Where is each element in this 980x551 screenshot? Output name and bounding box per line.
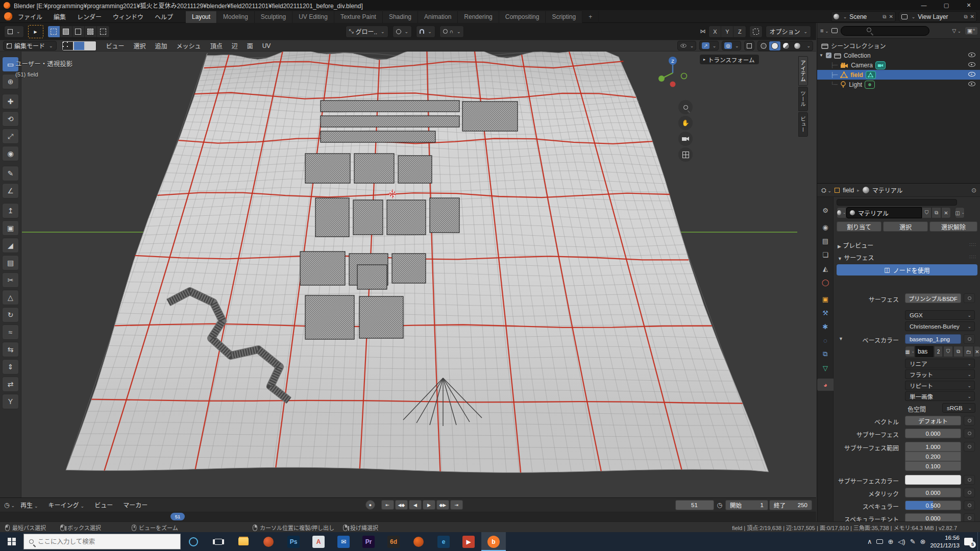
properties-tab-object-data[interactable]: ▽	[817, 362, 834, 374]
properties-tab-view-layer[interactable]: ❏	[817, 248, 834, 261]
search-input[interactable]	[38, 538, 160, 545]
npanel-tab-tool[interactable]: ツール	[798, 87, 808, 111]
tool-move[interactable]: ✚	[2, 94, 19, 109]
select-intersect-button[interactable]	[97, 26, 109, 37]
transform-orientation-dropdown[interactable]: ⤡ グロー.. ⌄	[346, 26, 388, 38]
taskbar-app-firefox-pinned[interactable]	[256, 532, 281, 551]
mode-dropdown[interactable]: 編集モード ⌄	[3, 41, 57, 51]
copy-icon[interactable]: ⧉	[932, 207, 941, 218]
breadcrumb-tab[interactable]: マテリアル	[872, 186, 903, 194]
metallic-slider[interactable]: 0.000	[905, 488, 961, 497]
node-socket[interactable]	[964, 475, 975, 485]
fake-user-shield-icon[interactable]: ⛉	[943, 346, 953, 357]
specular-slider[interactable]: 0.500	[905, 500, 961, 510]
image-users-button[interactable]: 2	[934, 346, 943, 357]
tool-poly-build[interactable]: △	[2, 290, 19, 305]
pivot-point-dropdown[interactable]: ⌄	[393, 26, 412, 38]
taskbar-app-task-view[interactable]	[206, 532, 231, 551]
tab-layout[interactable]: Layout	[186, 11, 217, 23]
tool-transform[interactable]: ◉	[2, 146, 19, 161]
properties-tab-material[interactable]: ◕	[817, 379, 834, 391]
properties-tab-object[interactable]: ▣	[817, 293, 834, 305]
copy-icon[interactable]: ⧉	[953, 346, 963, 357]
jump-to-end-button[interactable]: ⇥	[450, 500, 463, 510]
tab-texture-paint[interactable]: Texture Paint	[334, 11, 383, 23]
radius-y-field[interactable]: 0.200	[905, 452, 961, 461]
taskbar-app-blender[interactable]: b	[481, 532, 506, 551]
properties-tab-render[interactable]: ◉	[817, 221, 834, 233]
taskbar-search[interactable]	[23, 534, 181, 549]
interpolation-dropdown[interactable]: リニア⌄	[905, 359, 975, 368]
node-socket[interactable]	[964, 442, 975, 452]
orthographic-toggle-icon[interactable]	[678, 147, 693, 162]
visibility-dropdown[interactable]: ⌄	[677, 41, 697, 51]
shading-dropdown[interactable]: ⌄	[803, 42, 813, 49]
row-camera[interactable]: ├─ Camera	[817, 60, 980, 70]
material-name-field[interactable]: マテリアル	[846, 207, 922, 218]
vp-menu-追加[interactable]: 追加	[151, 41, 172, 50]
correct-face-attributes-icon[interactable]	[749, 26, 763, 38]
taskbar-clock[interactable]: 16:562021/12/13	[930, 534, 960, 549]
taskbar-app-app-6d[interactable]: 6d	[381, 532, 406, 551]
solid-shading-button[interactable]	[769, 41, 780, 51]
filter-view-layer-icon[interactable]	[831, 28, 838, 33]
network-icon[interactable]: ⊕	[888, 538, 893, 545]
tab-uv-editing[interactable]: UV Editing	[292, 11, 334, 23]
camera-view-icon[interactable]	[678, 132, 693, 146]
show-desktop-button[interactable]	[977, 532, 978, 551]
jump-to-start-button[interactable]: ⇤	[381, 500, 394, 510]
vector-button[interactable]: デフォルト	[905, 416, 961, 425]
select-new-button[interactable]	[48, 26, 60, 37]
tool-rip-region[interactable]: Y	[2, 394, 19, 409]
properties-tab-scene[interactable]: ◭	[817, 262, 834, 274]
properties-tab-world[interactable]: ◯	[817, 276, 834, 288]
material-preview-button[interactable]	[780, 41, 792, 51]
properties-tab-particles[interactable]: ✱	[817, 320, 834, 333]
source-dropdown[interactable]: 単一画像⌄	[905, 391, 975, 401]
subsurface-color-swatch[interactable]	[905, 475, 961, 485]
node-socket[interactable]	[964, 429, 975, 438]
notification-center-icon[interactable]: 5	[964, 538, 973, 545]
vp-menu-メッシュ[interactable]: メッシュ	[172, 41, 206, 50]
view-layer-selector[interactable]: ⌄ View Layer ⧉ ✕	[899, 11, 977, 22]
select-extend-button[interactable]	[60, 26, 72, 37]
menu-playback[interactable]: 再生⌄	[16, 500, 43, 509]
tool-annotate[interactable]: ✎	[2, 166, 19, 181]
active-tool-dropdown[interactable]: ⌄	[4, 26, 24, 38]
tab-animation[interactable]: Animation	[418, 11, 458, 23]
select-subtract-button[interactable]	[72, 26, 85, 37]
node-socket[interactable]	[964, 416, 975, 425]
base-color-texture-button[interactable]: basemap_1.png	[905, 334, 961, 344]
row-scene-collection[interactable]: シーンコレクション	[817, 41, 980, 51]
current-frame-field[interactable]: 51	[675, 500, 714, 510]
menu-ファイル[interactable]: ファイル	[12, 12, 48, 21]
menu-view[interactable]: ビュー	[90, 500, 117, 509]
extension-dropdown[interactable]: リピート⌄	[905, 381, 975, 390]
editor-type-dropdown[interactable]: ◷⌄	[4, 502, 15, 509]
row-light[interactable]: └─ Light	[817, 80, 980, 89]
menu-marker[interactable]: マーカー	[118, 500, 152, 509]
tab-scripting[interactable]: Scripting	[546, 11, 582, 23]
tool-scale[interactable]: ⤢	[2, 129, 19, 144]
vp-menu-頂点[interactable]: 頂点	[206, 41, 227, 50]
camera-data-icon[interactable]	[875, 61, 886, 69]
properties-tab-tool[interactable]: ⚙	[817, 204, 834, 216]
radius-z-field[interactable]: 0.100	[905, 461, 961, 471]
close-icon[interactable]: ✕	[889, 14, 893, 19]
radius-x-field[interactable]: 1.000	[905, 442, 961, 452]
hide-eye-icon[interactable]	[968, 53, 975, 57]
use-nodes-button[interactable]: ◫ ノードを使用	[837, 264, 977, 276]
minimize-button[interactable]: —	[913, 0, 935, 10]
taskbar-app-premiere[interactable]: Pr	[356, 532, 381, 551]
hide-eye-icon[interactable]	[968, 62, 975, 67]
new-workspace-button[interactable]: +	[582, 11, 599, 23]
frame-end-field[interactable]: 終了250	[769, 500, 812, 510]
new-collection-button[interactable]: ▣⁺	[965, 27, 977, 35]
outliner-search-input[interactable]	[841, 26, 929, 36]
editor-type-dropdown[interactable]: ⛭⌄	[821, 187, 831, 194]
row-collection[interactable]: ▼ ✓ Collection	[817, 51, 980, 60]
collection-checkbox[interactable]: ✓	[826, 53, 831, 58]
npanel-tab-view[interactable]: ビュー	[798, 112, 808, 137]
pen-icon[interactable]: ✎	[910, 538, 916, 545]
node-socket[interactable]	[964, 293, 975, 303]
